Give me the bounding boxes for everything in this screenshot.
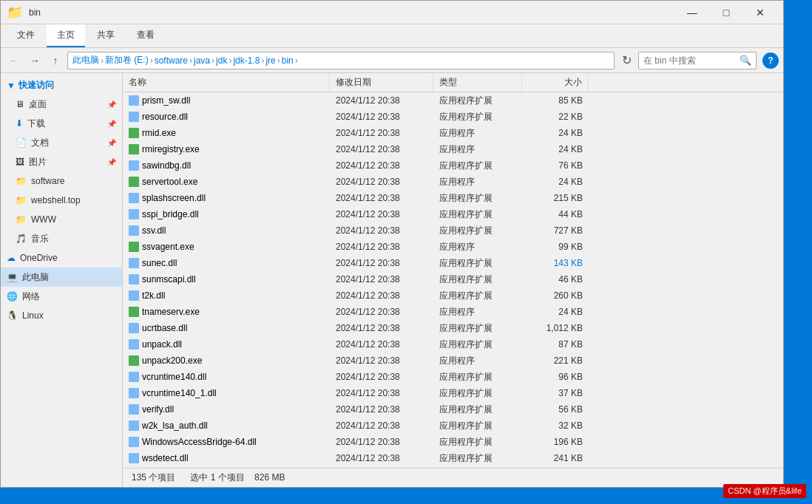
crumb-jre[interactable]: jre: [265, 55, 275, 66]
table-row[interactable]: vcruntime140.dll 2024/1/12 20:38 应用程序扩展 …: [123, 369, 783, 385]
table-row[interactable]: verify.dll 2024/1/12 20:38 应用程序扩展 56 KB: [123, 401, 783, 418]
file-type: 应用程序扩展: [433, 109, 522, 125]
file-icon: [129, 242, 139, 252]
file-size: 22 KB: [522, 109, 589, 125]
table-row[interactable]: tnameserv.exe 2024/1/12 20:38 应用程序 24 KB: [123, 304, 783, 320]
sidebar-item-label: 此电脑: [22, 271, 49, 284]
table-row[interactable]: sspi_bridge.dll 2024/1/12 20:38 应用程序扩展 4…: [123, 206, 783, 222]
table-row[interactable]: w2k_lsa_auth.dll 2024/1/12 20:38 应用程序扩展 …: [123, 418, 783, 434]
sidebar-item-desktop[interactable]: 🖥 桌面 📌: [1, 95, 122, 114]
file-type: 应用程序扩展: [433, 385, 522, 401]
file-name: sunmscapi.dll: [123, 271, 330, 287]
col-header-size[interactable]: 大小: [522, 73, 589, 92]
tab-file[interactable]: 文件: [7, 24, 45, 47]
sidebar-item-linux[interactable]: 🐧 Linux: [1, 306, 122, 325]
sidebar-item-network[interactable]: 🌐 网络: [1, 287, 122, 306]
table-row[interactable]: ucrtbase.dll 2024/1/12 20:38 应用程序扩展 1,01…: [123, 320, 783, 336]
table-row[interactable]: prism_sw.dll 2024/1/12 20:38 应用程序扩展 85 K…: [123, 92, 783, 109]
crumb-jdk[interactable]: jdk: [216, 55, 227, 66]
close-button[interactable]: ✕: [743, 1, 777, 24]
file-type: 应用程序扩展: [433, 157, 522, 174]
file-name: verify.dll: [123, 401, 330, 418]
sidebar-item-downloads[interactable]: ⬇ 下载 📌: [1, 114, 122, 133]
up-button[interactable]: ↑: [47, 52, 64, 69]
file-icon: [129, 437, 139, 447]
table-row[interactable]: ssvagent.exe 2024/1/12 20:38 应用程序 99 KB: [123, 239, 783, 255]
table-row[interactable]: ssv.dll 2024/1/12 20:38 应用程序扩展 727 KB: [123, 222, 783, 239]
file-date: 2024/1/12 20:38: [330, 320, 433, 336]
table-row[interactable]: unpack200.exe 2024/1/12 20:38 应用程序 221 K…: [123, 353, 783, 369]
file-name: ucrtbase.dll: [123, 320, 330, 336]
forward-button[interactable]: →: [26, 52, 44, 69]
file-date: 2024/1/12 20:38: [330, 206, 433, 222]
crumb-drive[interactable]: 新加卷 (E:): [105, 54, 149, 67]
table-row[interactable]: sunec.dll 2024/1/12 20:38 应用程序扩展 143 KB: [123, 255, 783, 271]
table-row[interactable]: sunmscapi.dll 2024/1/12 20:38 应用程序扩展 46 …: [123, 271, 783, 287]
file-icon: [129, 95, 139, 106]
file-rows: prism_sw.dll 2024/1/12 20:38 应用程序扩展 85 K…: [123, 92, 783, 468]
tab-share[interactable]: 共享: [87, 24, 125, 47]
table-row[interactable]: WindowsAccessBridge-64.dll 2024/1/12 20:…: [123, 434, 783, 450]
table-row[interactable]: rmid.exe 2024/1/12 20:38 应用程序 24 KB: [123, 125, 783, 141]
crumb-java[interactable]: java: [194, 55, 210, 66]
search-input[interactable]: [643, 55, 737, 66]
file-icon: [129, 112, 139, 122]
file-type: 应用程序扩展: [433, 255, 522, 271]
file-icon: [129, 177, 139, 187]
back-button[interactable]: ←: [5, 52, 23, 69]
crumb-software[interactable]: software: [155, 55, 188, 66]
address-path[interactable]: 此电脑 › 新加卷 (E:) › software › java › jdk ›…: [67, 52, 615, 69]
refresh-button[interactable]: ↻: [618, 52, 635, 69]
minimize-button[interactable]: —: [675, 1, 709, 24]
file-name: ssvagent.exe: [123, 239, 330, 255]
sidebar-quickaccess-header[interactable]: ▼ 快速访问: [1, 76, 122, 95]
file-name: splashscreen.dll: [123, 190, 330, 206]
sidebar-item-www[interactable]: 📁 WWW: [1, 210, 122, 229]
table-row[interactable]: t2k.dll 2024/1/12 20:38 应用程序扩展 260 KB: [123, 287, 783, 304]
folder-icon: 📁: [16, 176, 27, 186]
tab-view[interactable]: 查看: [126, 24, 165, 47]
sidebar-item-pictures[interactable]: 🖼 图片 📌: [1, 152, 122, 171]
file-type: 应用程序扩展: [433, 336, 522, 353]
sidebar-item-documents[interactable]: 📄 文档 📌: [1, 133, 122, 152]
table-row[interactable]: splashscreen.dll 2024/1/12 20:38 应用程序扩展 …: [123, 190, 783, 206]
search-box[interactable]: 🔍: [638, 52, 757, 69]
sidebar-item-label: OneDrive: [20, 253, 58, 263]
table-row[interactable]: resource.dll 2024/1/12 20:38 应用程序扩展 22 K…: [123, 109, 783, 125]
pin-icon: 📌: [107, 139, 116, 147]
crumb-bin[interactable]: bin: [282, 55, 294, 66]
crumb-thispc[interactable]: 此电脑: [72, 54, 99, 67]
file-date: 2024/1/12 20:38: [330, 157, 433, 174]
col-header-name[interactable]: 名称: [123, 73, 330, 92]
file-name: unpack200.exe: [123, 353, 330, 369]
title-controls: — □ ✕: [675, 1, 777, 24]
file-icon: [129, 225, 139, 236]
file-date: 2024/1/12 20:38: [330, 239, 433, 255]
sidebar-item-software[interactable]: 📁 software: [1, 171, 122, 191]
help-button[interactable]: ?: [762, 52, 779, 69]
table-row[interactable]: vcruntime140_1.dll 2024/1/12 20:38 应用程序扩…: [123, 385, 783, 401]
table-row[interactable]: sawindbg.dll 2024/1/12 20:38 应用程序扩展 76 K…: [123, 157, 783, 174]
table-row[interactable]: servertool.exe 2024/1/12 20:38 应用程序 24 K…: [123, 174, 783, 190]
tab-home[interactable]: 主页: [47, 24, 85, 47]
pin-icon: 📌: [107, 158, 116, 166]
sidebar-item-thispc[interactable]: 💻 此电脑: [1, 268, 122, 287]
sidebar-item-webshell[interactable]: 📁 webshell.top: [1, 191, 122, 210]
network-icon: 🌐: [7, 291, 18, 302]
table-row[interactable]: wsdetect.dll 2024/1/12 20:38 应用程序扩展 241 …: [123, 450, 783, 466]
file-date: 2024/1/12 20:38: [330, 92, 433, 109]
col-header-date[interactable]: 修改日期: [330, 73, 433, 92]
crumb-jdk18[interactable]: jdk-1.8: [233, 55, 260, 66]
sidebar-item-music[interactable]: 🎵 音乐: [1, 229, 122, 248]
sidebar-item-onedrive[interactable]: ☁ OneDrive: [1, 248, 122, 268]
file-date: 2024/1/12 20:38: [330, 222, 433, 239]
maximize-button[interactable]: □: [709, 1, 743, 24]
window-title: bin: [29, 7, 41, 18]
file-icon: [129, 258, 139, 268]
ribbon: 文件 主页 共享 查看: [1, 24, 783, 48]
col-header-type[interactable]: 类型: [433, 73, 522, 92]
onedrive-icon: ☁: [7, 253, 16, 263]
table-row[interactable]: unpack.dll 2024/1/12 20:38 应用程序扩展 87 KB: [123, 336, 783, 353]
table-row[interactable]: rmiregistry.exe 2024/1/12 20:38 应用程序 24 …: [123, 141, 783, 157]
documents-icon: 📄: [16, 137, 27, 148]
